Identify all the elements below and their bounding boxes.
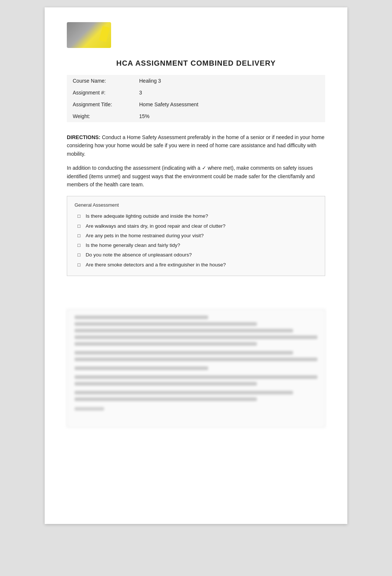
blurred-line [75, 391, 293, 394]
checklist: Is there adequate lighting outside and i… [75, 211, 317, 270]
blurred-line [75, 397, 257, 401]
list-item: Are any pets in the home restrained duri… [75, 231, 317, 241]
blurred-line [75, 342, 257, 346]
assignment-title-row: Assignment Title: Home Safety Assessment [67, 99, 325, 110]
blurred-line [75, 351, 293, 355]
assignment-title-label: Assignment Title: [67, 99, 133, 110]
directions-body: Conduct a Home Safety Assessment prefera… [67, 134, 324, 157]
page-container: HCA ASSIGNMENT COMBINED DELIVERY Course … [45, 7, 347, 524]
course-name-label: Course Name: [67, 75, 133, 87]
blurred-line [75, 382, 257, 386]
directions-paragraph-1: DIRECTIONS: Conduct a Home Safety Assess… [67, 133, 325, 158]
blurred-line [75, 315, 208, 319]
blurred-line [75, 335, 317, 339]
assignment-num-value: 3 [133, 87, 325, 99]
assignment-title-value: Home Safety Assessment [133, 99, 325, 110]
course-name-value: Healing 3 [133, 75, 325, 87]
blurred-line [75, 375, 317, 379]
blurred-content-section [67, 309, 325, 427]
list-item: Do you note the absence of unpleasant od… [75, 250, 317, 260]
page-title: HCA ASSIGNMENT COMBINED DELIVERY [67, 59, 325, 68]
blurred-line [75, 366, 208, 370]
course-name-row: Course Name: Healing 3 [67, 75, 325, 87]
weight-value: 15% [133, 110, 325, 122]
blurred-line [75, 322, 257, 326]
blurred-footer [75, 407, 104, 411]
blurred-line [75, 358, 317, 361]
directions-paragraph-2: In addition to conducting the assessment… [67, 164, 325, 189]
directions-prefix: DIRECTIONS: [67, 134, 100, 140]
info-table: Course Name: Healing 3 Assignment #: 3 A… [67, 75, 325, 122]
list-item: Is the home generally clean and fairly t… [75, 241, 317, 250]
assignment-num-label: Assignment #: [67, 87, 133, 99]
assignment-num-row: Assignment #: 3 [67, 87, 325, 99]
general-assessment-box: General Assessment Is there adequate lig… [67, 196, 325, 276]
list-item: Is there adequate lighting outside and i… [75, 211, 317, 221]
logo-area [67, 22, 325, 48]
weight-label: Weight: [67, 110, 133, 122]
blurred-line [75, 329, 293, 332]
directions-section: DIRECTIONS: Conduct a Home Safety Assess… [67, 133, 325, 189]
weight-row: Weight: 15% [67, 110, 325, 122]
list-item: Are there smoke detectors and a fire ext… [75, 260, 317, 270]
logo [67, 22, 111, 48]
general-assessment-label: General Assessment [75, 202, 317, 208]
list-item: Are walkways and stairs dry, in good rep… [75, 221, 317, 231]
